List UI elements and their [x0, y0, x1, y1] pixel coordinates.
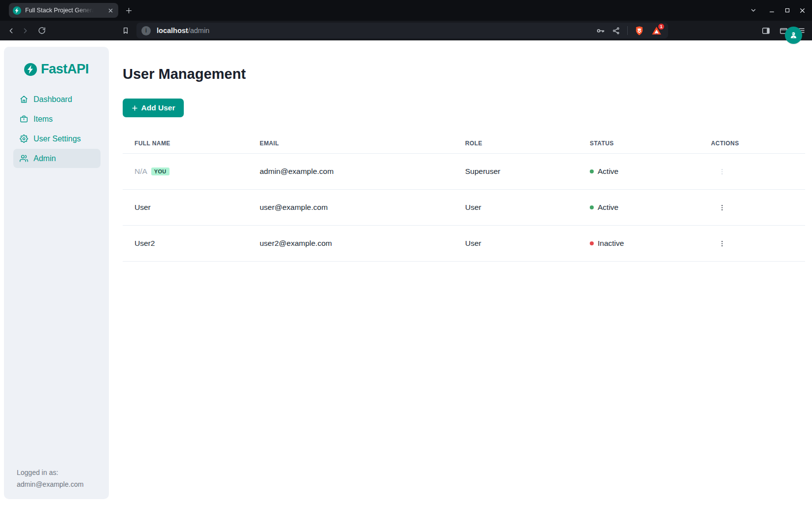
- full-name-text: User2: [135, 239, 155, 248]
- column-header: STATUS: [590, 140, 711, 147]
- cell-email: user2@example.com: [260, 239, 465, 248]
- column-header: ACTIONS: [711, 140, 805, 147]
- table-row: User user@example.com User Active: [123, 190, 805, 226]
- brave-shield-icon[interactable]: [633, 24, 645, 37]
- logged-in-email: admin@example.com: [17, 478, 84, 490]
- cell-full-name: N/A YOU: [123, 167, 260, 176]
- cell-role: User: [465, 203, 590, 212]
- close-window-button[interactable]: [795, 3, 810, 18]
- plus-icon: [132, 105, 138, 111]
- full-name-text: N/A: [135, 167, 147, 176]
- sidebar-panel-icon[interactable]: [759, 24, 773, 37]
- browser-window: Full Stack Project Genera: [0, 0, 812, 505]
- minimize-button[interactable]: [764, 3, 779, 18]
- cell-full-name: User: [123, 203, 260, 212]
- status-text: Active: [598, 167, 618, 176]
- column-header: EMAIL: [260, 140, 465, 147]
- status-dot: [590, 169, 594, 173]
- add-user-button[interactable]: Add User: [123, 99, 184, 117]
- address-bar[interactable]: i localhost /admin 1: [136, 23, 668, 38]
- fastapi-favicon-icon: [13, 6, 21, 15]
- sidebar-item-label: Admin: [34, 154, 56, 163]
- cell-email: user@example.com: [260, 203, 465, 212]
- sidebar-nav: Dashboard Items User Settings Admin: [4, 90, 109, 168]
- maximize-button[interactable]: [779, 3, 795, 18]
- user-avatar-icon: [789, 31, 798, 40]
- sidebar-item-user-settings[interactable]: User Settings: [13, 129, 101, 148]
- user-avatar-button[interactable]: [785, 27, 802, 44]
- user-table: FULL NAMEEMAILROLESTATUSACTIONS N/A YOU …: [123, 133, 805, 262]
- back-button[interactable]: [4, 24, 18, 38]
- row-actions-menu-button[interactable]: [716, 202, 728, 213]
- sidebar-item-dashboard[interactable]: Dashboard: [13, 90, 101, 109]
- status-dot: [590, 205, 594, 209]
- browser-tab-bar: Full Stack Project Genera: [0, 0, 812, 21]
- urlbar-icons: 1: [594, 24, 663, 37]
- browser-tab[interactable]: Full Stack Project Genera: [9, 3, 118, 18]
- cell-status: Inactive: [590, 239, 711, 248]
- sidebar-item-label: Items: [34, 115, 53, 124]
- sidebar-item-admin[interactable]: Admin: [13, 149, 101, 168]
- bookmark-icon[interactable]: [118, 24, 133, 38]
- cell-email: admin@example.com: [260, 167, 465, 176]
- table-row: N/A YOU admin@example.com Superuser Acti…: [123, 154, 805, 190]
- status-text: Inactive: [598, 239, 624, 248]
- cell-actions: [711, 202, 805, 213]
- new-tab-button[interactable]: [121, 3, 136, 18]
- row-actions-menu-button[interactable]: [716, 166, 728, 177]
- sidebar-footer: Logged in as: admin@example.com: [17, 467, 84, 490]
- main-content: User Management Add User FULL NAMEEMAILR…: [123, 40, 805, 262]
- fastapi-logo-text: FastAPI: [41, 62, 89, 77]
- sidebar-item-items[interactable]: Items: [13, 109, 101, 129]
- status-dot: [590, 241, 594, 245]
- sidebar: FastAPI Dashboard Items User Settings Ad…: [4, 47, 109, 499]
- fastapi-logo: FastAPI: [24, 62, 89, 77]
- add-user-label: Add User: [141, 103, 175, 112]
- cell-role: Superuser: [465, 167, 590, 176]
- full-name-text: User: [135, 203, 151, 212]
- users-icon: [20, 154, 28, 163]
- table-row: User2 user2@example.com User Inactive: [123, 226, 805, 262]
- sidebar-item-label: Dashboard: [34, 95, 72, 104]
- browser-toolbar: i localhost /admin 1: [0, 21, 812, 40]
- cell-actions: [711, 237, 805, 249]
- tab-search-chevron-icon[interactable]: [745, 3, 761, 18]
- home-icon: [20, 95, 28, 103]
- you-badge: YOU: [151, 168, 169, 175]
- cell-role: User: [465, 239, 590, 248]
- site-info-icon[interactable]: i: [141, 26, 151, 35]
- password-key-icon[interactable]: [594, 24, 607, 37]
- table-header-row: FULL NAMEEMAILROLESTATUSACTIONS: [123, 133, 805, 154]
- gear-icon: [20, 135, 28, 143]
- cell-status: Active: [590, 167, 711, 176]
- url-host: localhost: [157, 27, 188, 34]
- column-header: FULL NAME: [123, 140, 260, 147]
- reload-button[interactable]: [34, 24, 49, 38]
- forward-button[interactable]: [18, 24, 33, 38]
- cell-full-name: User2: [123, 239, 260, 248]
- share-icon[interactable]: [609, 24, 622, 37]
- url-path: /admin: [188, 27, 210, 34]
- tab-close-icon[interactable]: [106, 6, 114, 14]
- cell-status: Active: [590, 203, 711, 212]
- window-controls: [745, 0, 810, 21]
- cell-actions: [711, 166, 805, 177]
- page-content: FastAPI Dashboard Items User Settings Ad…: [0, 40, 812, 505]
- rewards-badge: 1: [658, 23, 665, 30]
- logged-in-label: Logged in as:: [17, 467, 84, 478]
- tab-title: Full Stack Project Genera: [25, 7, 95, 14]
- table-body: N/A YOU admin@example.com Superuser Acti…: [123, 154, 805, 262]
- page-title: User Management: [123, 65, 805, 83]
- sidebar-item-label: User Settings: [34, 135, 81, 143]
- briefcase-icon: [20, 115, 28, 123]
- column-header: ROLE: [465, 140, 590, 147]
- status-text: Active: [598, 203, 618, 212]
- toolbar-separator: [627, 26, 628, 35]
- brave-rewards-icon[interactable]: 1: [649, 24, 663, 37]
- row-actions-menu-button[interactable]: [716, 237, 728, 249]
- fastapi-logo-icon: [24, 63, 37, 76]
